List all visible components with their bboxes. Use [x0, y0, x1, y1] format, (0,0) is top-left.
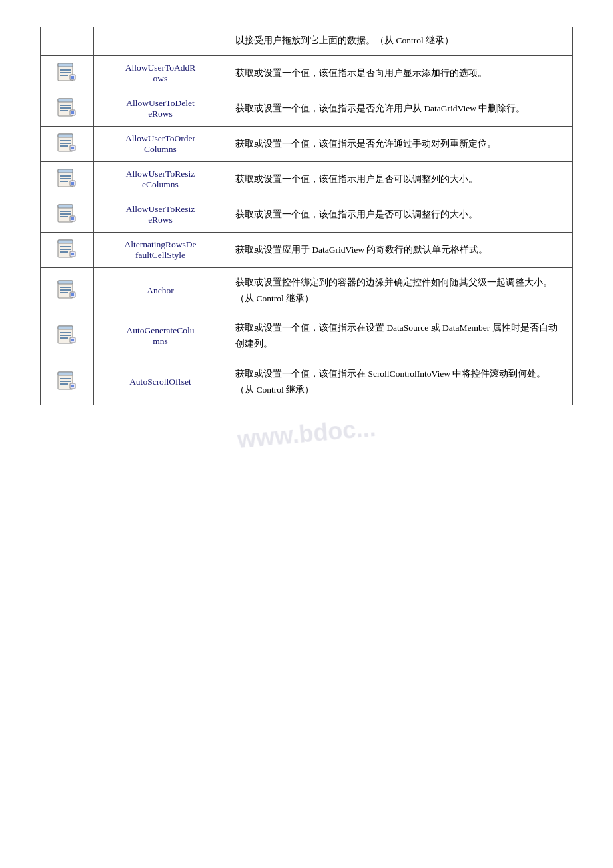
svg-rect-23: [60, 175, 71, 177]
svg-rect-53: [60, 337, 68, 339]
property-icon-cell: [41, 197, 94, 232]
property-name-text: Anchor: [147, 285, 174, 295]
property-name-text: AlternatingRowsDefaultCellStyle: [125, 239, 197, 260]
svg-rect-1: [58, 63, 73, 67]
property-icon-cell: [41, 126, 94, 161]
svg-rect-30: [60, 211, 71, 212]
svg-rect-13: [71, 111, 74, 114]
svg-rect-8: [58, 99, 73, 102]
property-description: 获取或设置控件绑定到的容器的边缘并确定控件如何随其父级一起调整大小。（从 Con…: [227, 267, 573, 313]
svg-rect-6: [71, 76, 74, 79]
svg-rect-55: [71, 339, 74, 341]
property-name: AllowUserToResizeColumns: [94, 161, 227, 197]
property-description-text: 获取或设置控件绑定到的容器的边缘并确定控件如何随其父级一起调整大小。（从 Con…: [235, 277, 552, 303]
svg-rect-24: [60, 178, 71, 179]
table-row: AutoScrollOffset获取或设置一个值，该值指示在 ScrollCon…: [41, 359, 573, 405]
property-name: AllowUserToAddRows: [94, 55, 227, 91]
svg-rect-44: [60, 287, 71, 288]
property-icon-cell: [41, 232, 94, 267]
watermark: www.bdoc...: [236, 414, 377, 432]
svg-rect-22: [58, 169, 73, 173]
property-description: 获取或设置一个值，该值指示用户是否可以调整列的大小。: [227, 161, 573, 197]
property-description: 获取或设置一个值，该值指示是否允许通过手动对列重新定位。: [227, 126, 573, 161]
property-icon: [57, 169, 78, 187]
property-description: 获取或设置一个值，该值指示在 ScrollControlIntoView 中将控…: [227, 359, 573, 405]
property-icon: [57, 98, 78, 117]
property-name: AutoScrollOffset: [94, 359, 227, 405]
table-row: AutoGenerateColumns获取或设置一个值，该值指示在设置 Data…: [41, 313, 573, 359]
property-icon-cell: [41, 359, 94, 405]
svg-rect-16: [60, 140, 71, 141]
table-row: 以接受用户拖放到它上面的数据。（从 Control 继承）: [41, 27, 573, 56]
svg-rect-11: [60, 110, 68, 111]
property-icon: [57, 204, 78, 223]
svg-rect-27: [71, 182, 74, 185]
property-description-text: 以接受用户拖放到它上面的数据。（从 Control 继承）: [235, 35, 454, 45]
property-icon: [57, 239, 78, 258]
property-icon-cell: [41, 55, 94, 91]
svg-rect-43: [58, 281, 73, 284]
property-name-text: AutoGenerateColumns: [127, 325, 195, 346]
svg-rect-9: [60, 105, 71, 106]
svg-rect-17: [60, 143, 71, 144]
svg-rect-36: [58, 240, 73, 243]
property-description-text: 获取或设置一个值，该值指示用户是否可以调整列的大小。: [235, 174, 478, 184]
property-description: 获取或设置一个值，该值指示是否向用户显示添加行的选项。: [227, 55, 573, 91]
svg-rect-31: [60, 213, 71, 215]
property-icon-cell: [41, 27, 94, 56]
api-reference-table: 以接受用户拖放到它上面的数据。（从 Control 继承） AllowUserT…: [40, 27, 573, 405]
property-name-text: AllowUserToResizeColumns: [126, 169, 195, 189]
property-icon: [57, 371, 78, 390]
property-description: 获取或设置一个值，该值指示用户是否可以调整行的大小。: [227, 197, 573, 232]
svg-rect-48: [71, 293, 74, 296]
svg-rect-59: [60, 381, 71, 382]
property-name-text: AllowUserToDeleteRows: [126, 98, 195, 119]
property-name: AllowUserToOrderColumns: [94, 126, 227, 161]
svg-rect-37: [60, 246, 71, 247]
svg-rect-46: [60, 292, 68, 293]
property-icon: [57, 325, 78, 344]
svg-rect-41: [71, 253, 74, 255]
property-icon-cell: [41, 91, 94, 126]
property-description-text: 获取或设置应用于 DataGridView 的奇数行的默认单元格样式。: [235, 245, 488, 255]
property-description-text: 获取或设置一个值，该值指示在设置 DataSource 或 DataMember…: [235, 323, 558, 349]
svg-rect-39: [60, 251, 68, 253]
svg-rect-50: [58, 326, 73, 329]
property-name-text: AllowUserToOrderColumns: [125, 133, 195, 154]
svg-rect-52: [60, 335, 71, 336]
property-icon-cell: [41, 313, 94, 359]
property-name: AllowUserToResizeRows: [94, 197, 227, 232]
svg-rect-60: [60, 383, 68, 385]
property-description: 获取或设置一个值，该值指示是否允许用户从 DataGridView 中删除行。: [227, 91, 573, 126]
property-icon: [57, 280, 78, 299]
svg-rect-62: [71, 385, 74, 387]
svg-rect-45: [60, 289, 71, 291]
svg-rect-3: [60, 72, 71, 73]
svg-rect-15: [58, 134, 73, 137]
svg-rect-51: [60, 332, 71, 333]
property-icon: [57, 63, 78, 81]
property-description-text: 获取或设置一个值，该值指示是否允许用户从 DataGridView 中删除行。: [235, 103, 525, 113]
property-name: [94, 27, 227, 56]
property-name: AutoGenerateColumns: [94, 313, 227, 359]
property-description-text: 获取或设置一个值，该值指示在 ScrollControlIntoView 中将控…: [235, 369, 546, 395]
property-description-text: 获取或设置一个值，该值指示是否向用户显示添加行的选项。: [235, 68, 487, 78]
svg-rect-29: [58, 205, 73, 208]
property-name-text: AllowUserToResizeRows: [126, 204, 195, 225]
table-row: AlternatingRowsDefaultCellStyle获取或设置应用于 …: [41, 232, 573, 267]
property-description: 以接受用户拖放到它上面的数据。（从 Control 继承）: [227, 27, 573, 56]
property-icon: [57, 133, 78, 152]
table-row: Anchor获取或设置控件绑定到的容器的边缘并确定控件如何随其父级一起调整大小。…: [41, 267, 573, 313]
property-name: AllowUserToDeleteRows: [94, 91, 227, 126]
property-icon-cell: [41, 161, 94, 197]
property-name-text: AllowUserToAddRows: [125, 63, 196, 83]
svg-rect-18: [60, 145, 68, 147]
property-icon-cell: [41, 267, 94, 313]
property-description-text: 获取或设置一个值，该值指示用户是否可以调整行的大小。: [235, 209, 478, 219]
svg-rect-38: [60, 249, 71, 250]
property-description-text: 获取或设置一个值，该值指示是否允许通过手动对列重新定位。: [235, 139, 496, 149]
svg-rect-10: [60, 107, 71, 109]
svg-rect-34: [71, 217, 74, 220]
property-name: AlternatingRowsDefaultCellStyle: [94, 232, 227, 267]
svg-rect-57: [58, 372, 73, 375]
